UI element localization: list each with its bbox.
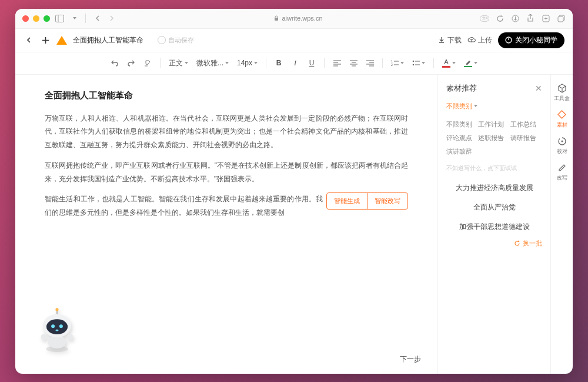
refresh-icon — [514, 240, 520, 247]
svg-rect-10 — [508, 38, 509, 40]
ordered-list-button[interactable]: 12 — [389, 56, 406, 70]
assistant-avatar[interactable] — [32, 305, 82, 356]
autosave-indicator: 自动保存 — [158, 36, 194, 45]
upload-button[interactable]: 上传 — [467, 35, 492, 45]
clear-format-button[interactable] — [141, 56, 154, 70]
category-chip[interactable]: 述职报告 — [478, 131, 510, 145]
next-step-button[interactable]: 下一步 — [400, 354, 421, 364]
font-size-dropdown[interactable]: 14px — [235, 56, 260, 70]
add-icon[interactable] — [40, 35, 51, 45]
new-tab-icon[interactable] — [541, 14, 550, 23]
browser-chrome: aiwrite.wps.cn 文A — [15, 9, 573, 29]
address-bar[interactable]: aiwrite.wps.cn — [121, 15, 475, 22]
category-chip[interactable]: 不限类别 — [446, 118, 478, 131]
undo-button[interactable] — [108, 56, 121, 70]
rail-proofread[interactable]: 校对 — [557, 136, 567, 155]
close-icon[interactable]: ✕ — [535, 84, 542, 93]
document-title: 全面拥抱人工智能革命 — [73, 35, 143, 45]
tabs-icon[interactable] — [556, 14, 566, 23]
nav-back-icon[interactable] — [93, 14, 102, 23]
category-filter-dropdown[interactable]: 不限类别 — [446, 102, 477, 111]
suggestion-item[interactable]: 加强干部思想道德建设 — [446, 217, 542, 237]
align-right-button[interactable] — [363, 56, 376, 70]
svg-rect-8 — [558, 16, 563, 22]
refresh-suggestions-button[interactable]: 换一批 — [446, 239, 542, 248]
svg-point-37 — [46, 319, 68, 334]
svg-text:2: 2 — [391, 63, 393, 67]
rail-material[interactable]: 素材 — [557, 109, 567, 129]
font-family-dropdown[interactable]: 微软雅... — [194, 56, 231, 70]
download-chrome-icon[interactable] — [510, 14, 520, 23]
svg-rect-2 — [275, 18, 278, 21]
ai-rewrite-button[interactable]: 智能改写 — [368, 193, 407, 209]
back-icon[interactable] — [24, 35, 34, 45]
app-window: aiwrite.wps.cn 文A 全面拥抱人工智能革命 自动保存 下载 上传 — [15, 9, 573, 374]
svg-point-42 — [55, 308, 58, 311]
app-toolbar: 全面拥抱人工智能革命 自动保存 下载 上传 关闭小秘同学 — [15, 29, 573, 52]
download-button[interactable]: 下载 — [438, 35, 462, 45]
ai-inline-actions: 智能生成 智能改写 — [326, 192, 408, 210]
category-grid: 不限类别 工作计划 工作总结 评论观点 述职报告 调研报告 演讲致辞 — [446, 118, 542, 158]
tab-dropdown-icon[interactable] — [69, 14, 78, 23]
underline-button[interactable]: U — [305, 56, 318, 70]
lock-icon — [273, 15, 279, 21]
bold-button[interactable]: B — [272, 56, 285, 70]
category-chip[interactable]: 评论观点 — [446, 131, 478, 145]
traffic-lights — [22, 15, 50, 22]
doc-paragraph: 智能生成 智能改写 智能生活和工作，也就是人工智能。智能在我们生存和发展中起着越… — [45, 192, 408, 220]
doc-paragraph: 互联网拥抱传统产业，即产业互联网或者行业互联网。"不管是在技术创新上还是制度创新… — [45, 159, 408, 186]
window-maximize[interactable] — [44, 15, 50, 22]
sidebar-toggle-icon[interactable] — [55, 14, 64, 23]
proofread-icon — [557, 136, 567, 147]
material-icon — [557, 109, 567, 120]
svg-point-28 — [413, 60, 415, 62]
suggestion-hint: 不知道写什么，点下面试试 — [446, 164, 542, 172]
app-logo-icon — [56, 35, 67, 45]
redo-button[interactable] — [125, 56, 138, 70]
editor-toolbar: 正文 微软雅... 14px B I U 12 A — [15, 52, 573, 75]
highlight-color-button[interactable] — [462, 56, 480, 70]
suggestion-item[interactable]: 全面从严治党 — [446, 198, 542, 217]
svg-point-43 — [41, 334, 46, 340]
svg-point-39 — [59, 324, 63, 328]
share-icon[interactable] — [526, 14, 535, 23]
svg-marker-32 — [558, 111, 566, 118]
toolbox-icon — [557, 83, 567, 94]
italic-button[interactable]: I — [289, 56, 302, 70]
rail-toolbox[interactable]: 工具盒 — [554, 83, 570, 102]
text-color-button[interactable]: A — [440, 56, 458, 70]
rewrite-icon — [557, 162, 567, 173]
category-chip[interactable]: 调研报告 — [510, 131, 542, 145]
rail-rewrite[interactable]: 改写 — [557, 162, 567, 182]
svg-rect-0 — [55, 15, 64, 22]
svg-point-44 — [67, 334, 73, 340]
material-panel-title: 素材推荐 — [446, 83, 477, 94]
close-assistant-button[interactable]: 关闭小秘同学 — [498, 32, 564, 48]
doc-heading: 全面拥抱人工智能革命 — [45, 90, 408, 101]
window-minimize[interactable] — [33, 15, 39, 22]
nav-forward-icon[interactable] — [107, 14, 116, 23]
svg-point-33 — [561, 140, 563, 142]
doc-paragraph: 万物互联，人和人相连、人和机器相连。在当代社会，互联网更是人类社会发展到一定阶段… — [45, 112, 408, 152]
url-text: aiwrite.wps.cn — [282, 15, 322, 22]
svg-text:文A: 文A — [482, 16, 488, 20]
align-center-button[interactable] — [347, 56, 360, 70]
reload-small-icon — [158, 36, 166, 44]
material-panel: 素材推荐 ✕ 不限类别 不限类别 工作计划 工作总结 评论观点 述职报告 调研报… — [437, 75, 550, 374]
reload-icon[interactable] — [495, 14, 505, 23]
unordered-list-button[interactable] — [410, 56, 427, 70]
align-left-button[interactable] — [330, 56, 343, 70]
svg-point-38 — [51, 324, 55, 328]
suggestion-item[interactable]: 大力推进经济高质量发展 — [446, 178, 542, 198]
main-area: 全面拥抱人工智能革命 万物互联，人和人相连、人和机器相连。在当代社会，互联网更是… — [15, 75, 573, 374]
svg-point-40 — [55, 329, 58, 331]
svg-point-29 — [413, 64, 415, 65]
category-chip[interactable]: 演讲致辞 — [446, 145, 478, 158]
translate-icon[interactable]: 文A — [480, 14, 489, 23]
category-chip[interactable]: 工作计划 — [478, 118, 510, 131]
tool-rail: 工具盒 素材 校对 改写 — [550, 75, 573, 374]
ai-generate-button[interactable]: 智能生成 — [327, 193, 368, 209]
paragraph-style-dropdown[interactable]: 正文 — [166, 56, 191, 70]
category-chip[interactable]: 工作总结 — [510, 118, 542, 131]
window-close[interactable] — [22, 15, 29, 22]
